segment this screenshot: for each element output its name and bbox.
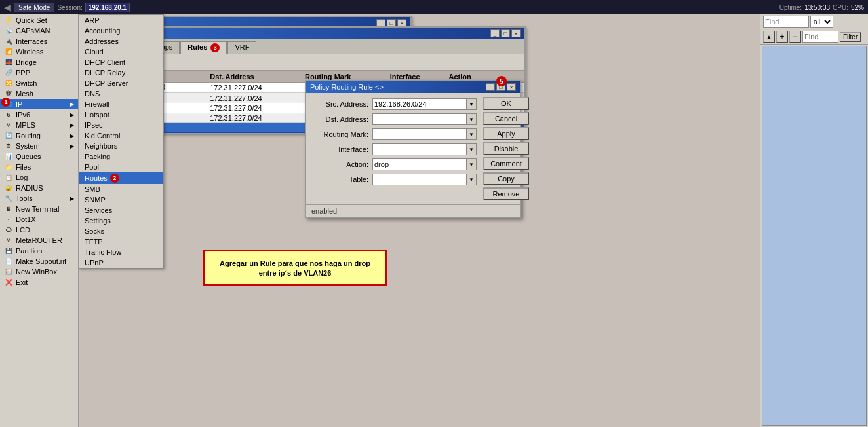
submenu-item-routes[interactable]: Routes 2 (79, 172, 163, 184)
submenu-item-dhcp-client[interactable]: DHCP Client (79, 57, 163, 67)
submenu-item-accounting[interactable]: Accounting (79, 26, 163, 36)
submenu-item-ipsec[interactable]: IPsec (79, 120, 163, 130)
sidebar-item-lcd[interactable]: 🖵 LCD (0, 225, 78, 235)
sidebar-item-radius[interactable]: 🔐 RADIUS (0, 183, 78, 193)
submenu-item-neighbors[interactable]: Neighbors (79, 141, 163, 151)
nav-back-icon[interactable]: ◀ (4, 2, 11, 12)
submenu-item-kid-control[interactable]: Kid Control (79, 130, 163, 141)
dst-address-input[interactable] (372, 113, 466, 125)
sidebar-item-queues[interactable]: 📊 Queues (0, 151, 78, 162)
sidebar-item-routing[interactable]: 🔄 Routing ▶ (0, 130, 78, 141)
route-close-button[interactable]: × (511, 29, 521, 37)
action-arrow[interactable]: ▼ (466, 158, 477, 170)
safe-mode-button[interactable]: Safe Mode (14, 3, 54, 12)
sidebar-item-bridge[interactable]: 🌉 Bridge (0, 57, 78, 67)
sidebar-item-make-supout[interactable]: 📄 Make Supout.rif (0, 256, 78, 267)
submenu-item-packing[interactable]: Packing (79, 151, 163, 162)
sidebar-item-capsMan[interactable]: 📡 CAPsMAN (0, 26, 78, 36)
table-input[interactable] (372, 174, 466, 185)
submenu-item-pool[interactable]: Pool (79, 162, 163, 172)
ok-button[interactable]: OK (483, 97, 529, 110)
find-input-right[interactable] (763, 16, 809, 28)
tab-rules[interactable]: Rules 3 (180, 41, 227, 54)
sidebar-item-wireless[interactable]: 📶 Wireless (0, 46, 78, 57)
submenu-item-cloud[interactable]: Cloud (79, 46, 163, 57)
right-add-button[interactable]: + (776, 31, 788, 43)
ppp-icon: 🔗 (4, 69, 13, 76)
partition-icon: 💾 (4, 248, 13, 254)
sidebar-item-switch[interactable]: 🔀 Switch (0, 78, 78, 88)
submenu-item-firewall[interactable]: Firewall (79, 99, 163, 109)
src-address-arrow[interactable]: ▼ (466, 98, 477, 110)
interface-input[interactable] (372, 143, 466, 155)
table-arrow[interactable]: ▼ (466, 174, 477, 185)
sidebar-item-ipv6[interactable]: 6 IPv6 ▶ (0, 109, 78, 120)
submenu-item-services[interactable]: Services (79, 205, 163, 215)
sidebar-item-ppp[interactable]: 🔗 PPP (0, 67, 78, 78)
filter-button[interactable]: Filter (840, 32, 861, 42)
sidebar-label: Dot1X (16, 215, 36, 223)
submenu-item-tftp[interactable]: TFTP (79, 236, 163, 247)
metarouter-icon: M (4, 237, 13, 244)
route-min-button[interactable]: _ (490, 29, 500, 37)
comment-button[interactable]: Comment (483, 157, 529, 170)
find-select-right[interactable]: all (810, 16, 833, 28)
sidebar-item-new-terminal[interactable]: 🖥 New Terminal (0, 204, 78, 214)
sidebar-item-dot1x[interactable]: · Dot1X (0, 214, 78, 225)
submenu-item-settings[interactable]: Settings (79, 215, 163, 226)
cpu-label: CPU: (833, 4, 848, 11)
sidebar-item-quick-set[interactable]: ⚡ Quick Set (0, 14, 78, 26)
submenu-item-smb[interactable]: SMB (79, 184, 163, 195)
sidebar-item-interfaces[interactable]: 🔌 Interfaces (0, 36, 78, 46)
route-max-button[interactable]: □ (501, 29, 510, 37)
sidebar-item-partition[interactable]: 💾 Partition (0, 246, 78, 256)
remove-button[interactable]: Remove (483, 187, 529, 200)
sidebar-item-system[interactable]: ⚙ System ▶ (0, 141, 78, 151)
sidebar-item-exit[interactable]: ❌ Exit (0, 277, 78, 288)
submenu-item-dns[interactable]: DNS (79, 88, 163, 99)
find-input-right2[interactable] (802, 31, 838, 43)
bridge-icon: 🌉 (4, 59, 13, 65)
mpls-arrow-icon: ▶ (70, 122, 74, 128)
tab-vrf[interactable]: VRF (227, 41, 256, 54)
action-input[interactable] (372, 158, 466, 170)
copy-button[interactable]: Copy (483, 172, 529, 185)
dst-address-arrow[interactable]: ▼ (466, 113, 477, 125)
dialog-close-button[interactable]: × (507, 83, 516, 91)
submenu-item-arp[interactable]: ARP (79, 15, 163, 26)
sidebar-item-metarouter[interactable]: M MetaROUTER (0, 235, 78, 246)
sidebar-item-new-winbox[interactable]: 🪟 New WinBox (0, 267, 78, 277)
sidebar-item-mpls[interactable]: M MPLS ▶ (0, 120, 78, 130)
sidebar-item-files[interactable]: 📁 Files (0, 162, 78, 172)
dialog-min-button[interactable]: _ (486, 83, 495, 91)
submenu-item-socks[interactable]: Socks (79, 226, 163, 236)
routing-mark-arrow[interactable]: ▼ (466, 128, 477, 140)
submenu-item-traffic-flow[interactable]: Traffic Flow (79, 247, 163, 257)
routing-mark-input[interactable] (372, 128, 466, 140)
submenu-item-dhcp-relay[interactable]: DHCP Relay (79, 67, 163, 78)
terminal-icon: 🖥 (4, 206, 13, 212)
sidebar-item-tools[interactable]: 🔧 Tools ▶ (0, 193, 78, 204)
dialog-title-bar[interactable]: Policy Routing Rule <> 5 _ □ × (306, 81, 520, 93)
cancel-button[interactable]: Cancel (483, 112, 529, 125)
sidebar-label: New Terminal (16, 205, 59, 213)
routing-mark-label: Routing Mark: (310, 130, 372, 138)
interface-arrow[interactable]: ▼ (466, 143, 477, 155)
right-arrow-up[interactable]: ▲ (763, 31, 775, 43)
policy-routing-dialog: Policy Routing Rule <> 5 _ □ × Src. Addr… (305, 80, 521, 218)
submenu-item-dhcp-server[interactable]: DHCP Server (79, 78, 163, 88)
apply-button[interactable]: Apply (483, 127, 529, 140)
src-address-input[interactable] (372, 98, 466, 110)
submenu-item-upnp[interactable]: UPnP (79, 257, 163, 268)
interfaces-icon: 🔌 (4, 38, 13, 45)
system-icon: ⚙ (4, 143, 13, 149)
sidebar-item-mesh[interactable]: 🕸 Mesh (0, 88, 78, 99)
sidebar-item-ip[interactable]: 🌐 IP ▶ 1 (0, 99, 78, 109)
disable-button[interactable]: Disable (483, 142, 529, 155)
sidebar-item-log[interactable]: 📋 Log (0, 172, 78, 183)
submenu-item-snmp[interactable]: SNMP (79, 195, 163, 205)
right-sub-button[interactable]: − (789, 31, 801, 43)
submenu-item-addresses[interactable]: Addresses (79, 36, 163, 46)
src-address-row: Src. Address: ▼ (310, 98, 477, 110)
submenu-item-hotspot[interactable]: Hotspot (79, 109, 163, 120)
